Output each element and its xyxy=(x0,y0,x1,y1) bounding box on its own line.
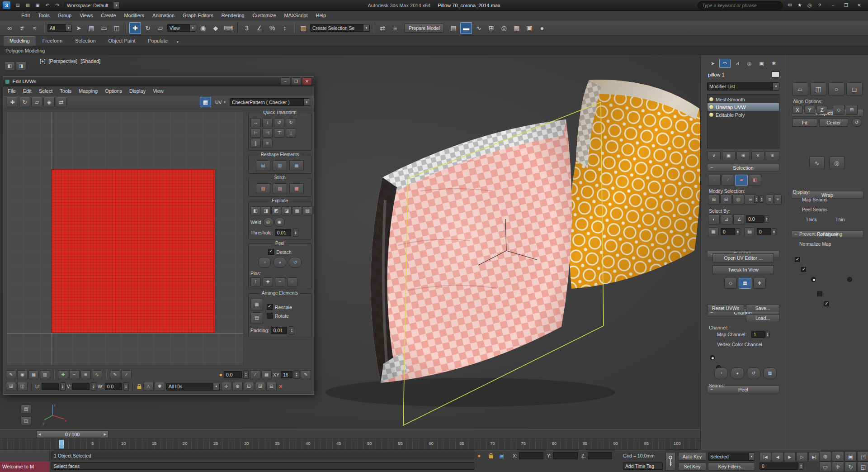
animate-selection-dropdown[interactable]: Selected ▼ xyxy=(708,453,755,461)
menu-item[interactable]: Rendering xyxy=(217,13,249,18)
lock-icon[interactable] xyxy=(137,383,142,390)
set-key-mode-button[interactable] xyxy=(665,452,675,471)
grow-uv-icon[interactable]: ⊞ xyxy=(708,195,720,205)
quick-peel-icon[interactable]: ◔ xyxy=(258,257,271,268)
unlink-selection-icon[interactable]: ≠ xyxy=(16,22,28,34)
planar-angle-icon[interactable]: ∠ xyxy=(733,215,745,224)
pelt-map-icon[interactable]: ▦ xyxy=(763,367,777,379)
map-channel-radio[interactable] xyxy=(710,355,715,360)
track-bar[interactable]: 5101520253035404550556065707580859095100 xyxy=(0,439,700,450)
reset-projection-icon[interactable]: ↺ xyxy=(852,119,862,127)
zoom-extents-all-icon[interactable]: ◳ xyxy=(857,451,868,462)
u-spinner[interactable] xyxy=(60,382,66,391)
current-frame-field[interactable]: 0 xyxy=(760,462,798,470)
viewport-general-menu[interactable]: [+] xyxy=(40,58,46,64)
smoothing-group-spinner[interactable] xyxy=(772,228,776,235)
reference-coordinate-dropdown[interactable]: View ▼ xyxy=(167,24,196,32)
axis-button[interactable]: Z xyxy=(816,106,827,114)
lightbulb-icon[interactable] xyxy=(709,97,713,101)
menu-item[interactable]: File xyxy=(4,88,19,94)
prevent-reflattening-checkbox[interactable] xyxy=(817,291,822,296)
measure-icon[interactable]: ✎ xyxy=(301,370,311,379)
mirror-axis-icon[interactable]: ∕ xyxy=(250,370,260,379)
axis-button[interactable]: Y xyxy=(804,106,815,114)
rotate-ccw-icon[interactable]: ↺ xyxy=(274,118,284,127)
edge-ring-icon[interactable]: ≡ xyxy=(774,195,782,205)
menu-item[interactable]: Select xyxy=(35,88,57,94)
menu-item[interactable]: Tools xyxy=(56,88,75,94)
uv-channel-label[interactable]: UV xyxy=(215,100,222,105)
wrap-shape-icon[interactable]: ◎ xyxy=(829,157,844,169)
menu-item[interactable]: Modifiers xyxy=(120,13,148,18)
uv-canvas[interactable] xyxy=(7,112,244,365)
edit-named-selection-sets-icon[interactable]: ▥ xyxy=(297,22,309,34)
menu-item[interactable]: Graph Editors xyxy=(179,13,217,18)
ribbon-tab[interactable]: Freeform xyxy=(37,36,69,46)
select-by-name-icon[interactable]: ▤ xyxy=(85,22,97,34)
mirror-uv-icon[interactable]: ⇄ xyxy=(56,97,67,107)
select-and-scale-icon[interactable]: ▱ xyxy=(155,22,166,34)
w-spinner[interactable] xyxy=(123,382,129,391)
vertex-snap-icon[interactable]: △ xyxy=(143,382,154,391)
quick-transform-icon[interactable]: ▦ xyxy=(739,278,751,289)
undo-icon[interactable]: ↶ xyxy=(43,1,52,9)
absolute-mode-icon[interactable]: ▣ xyxy=(499,453,504,459)
hierarchy-tab-icon[interactable]: ⊿ xyxy=(731,59,743,68)
add-time-tag[interactable]: Add Time Tag xyxy=(623,462,663,470)
select-and-link-icon[interactable]: ∞ xyxy=(4,22,15,34)
open-file-icon[interactable]: ▧ xyxy=(23,1,32,9)
y-coord-field[interactable] xyxy=(553,452,578,459)
map-channel-field[interactable]: 1 xyxy=(751,331,765,338)
material-id-field[interactable]: 0 xyxy=(721,228,735,235)
thin-radio[interactable] xyxy=(847,277,852,282)
wrap-spline-icon[interactable]: ∿ xyxy=(809,157,825,169)
lightbulb-icon[interactable] xyxy=(709,113,713,117)
align-right-icon[interactable]: ⊣ xyxy=(262,129,273,138)
menu-item[interactable]: Options xyxy=(101,88,126,94)
selection-filter-dropdown[interactable]: All ▼ xyxy=(47,24,72,32)
rescale-checkbox[interactable] xyxy=(267,304,273,310)
target-weld-icon[interactable]: ◎ xyxy=(263,218,274,227)
rendered-frame-icon[interactable]: ▣ xyxy=(524,22,535,34)
scale-uv-icon[interactable]: ▱ xyxy=(31,97,42,107)
key-filters-button[interactable]: Key Filters... xyxy=(708,462,755,471)
orbit-icon[interactable]: ↻ xyxy=(844,462,857,472)
render-production-icon[interactable]: ● xyxy=(536,22,548,34)
loop-spinner[interactable] xyxy=(760,195,764,203)
axis-button[interactable]: X xyxy=(792,106,803,114)
flatten-by-material-icon[interactable]: ▦ xyxy=(292,206,302,215)
current-frame-spinner[interactable] xyxy=(799,462,803,470)
zoom-region-icon[interactable]: ▭ xyxy=(819,462,831,472)
cylindrical-map-icon[interactable]: ◫ xyxy=(810,82,826,96)
zoom-region-icon[interactable]: ⊡ xyxy=(244,382,254,391)
next-frame-icon[interactable]: ▷ xyxy=(796,452,808,462)
pack-normalize-icon[interactable]: ▦ xyxy=(250,299,263,310)
falloff-field[interactable]: 0.0 xyxy=(224,371,242,378)
layer-explorer-mini-icon[interactable]: ◧ xyxy=(5,62,15,71)
thick-radio[interactable] xyxy=(811,277,816,282)
space-loops-icon[interactable]: ▦ xyxy=(289,160,304,171)
falloff-icon[interactable]: ◉ xyxy=(17,370,28,379)
planar-map-icon[interactable]: ▱ xyxy=(792,82,808,96)
ribbon-tab[interactable]: Populate xyxy=(142,36,173,46)
edge-loop-icon[interactable]: ≣ xyxy=(766,195,774,205)
material-id-filter-dropdown[interactable]: All IDs ▼ xyxy=(166,383,220,391)
prepare-model-button[interactable]: Prepare Model xyxy=(405,24,444,33)
previous-frame-icon[interactable]: ◀ xyxy=(772,452,783,462)
rearrange-icon[interactable]: ▤ xyxy=(250,312,263,324)
scene-explorer-icon[interactable]: ▤ xyxy=(21,405,31,414)
window-crossing-icon[interactable]: ◫ xyxy=(111,22,123,34)
weld-selected-icon[interactable]: ◉ xyxy=(274,218,285,227)
show-end-result-icon[interactable]: ▣ xyxy=(722,151,736,160)
menu-item[interactable]: Edit xyxy=(17,13,34,18)
infocenter-icon[interactable]: ◎ xyxy=(805,1,814,9)
pin-tool-icon[interactable]: ⊺ xyxy=(250,277,261,286)
select-by-smoothing-icon[interactable]: ▤ xyxy=(744,227,755,236)
modifier-list-dropdown[interactable]: Modifier List ▼ xyxy=(707,82,779,91)
save-file-icon[interactable]: ▣ xyxy=(33,1,42,9)
falloff-type-icon[interactable]: ● xyxy=(219,372,222,378)
close-button[interactable]: ✕ xyxy=(302,77,312,85)
freeform-uv-icon[interactable]: ◈ xyxy=(43,97,55,107)
maximize-viewport-icon[interactable]: ◱ xyxy=(857,462,868,472)
peel-mode-icon[interactable]: ◕ xyxy=(731,367,744,379)
